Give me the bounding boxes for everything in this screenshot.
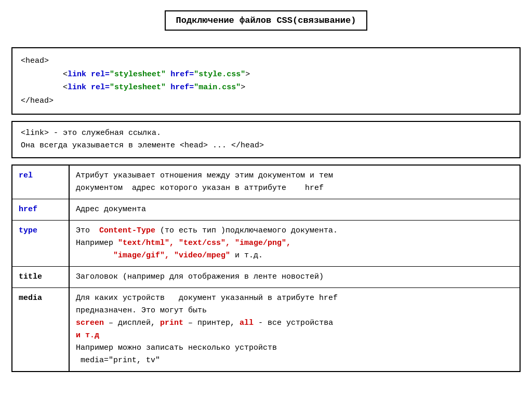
rel-attr-1: rel= [91,70,110,79]
link-keyword-1: link [68,70,86,79]
link-keyword-2: link [68,83,86,92]
rel-val-1: "stylesheet" [110,70,166,79]
title-label-text: title [19,272,42,281]
table-row-href: href Адрес документа [12,199,520,221]
page-title: Подключение файлов CSS(связывание) [165,10,368,31]
print-text: print [160,319,183,327]
attr-href-desc: Адрес документа [69,199,520,221]
page-container: Подключение файлов CSS(связывание) <head… [11,10,521,372]
screen-text: screen [76,319,104,327]
type-values-2: "image/gif", "video/mpeg" [113,251,230,260]
title-wrapper: Подключение файлов CSS(связывание) [11,10,521,39]
attr-type-label: type [12,221,69,267]
table-row-type: type Это Content-Type (то есть тип )подк… [12,221,520,267]
all-text: all [240,319,254,327]
href-val-2: "main.css" [194,83,241,92]
attr-title-desc: Заголовок (например для отображения в ле… [69,267,520,288]
rel-attr-2: rel= [91,83,110,92]
attr-rel-label: rel [12,165,69,199]
type-values-1: "text/html", "text/css", "image/png", [118,239,291,248]
type-label-text: type [19,226,37,235]
code-line-1: <head> [21,54,511,68]
table-row-rel: rel Атрибут указывает отношения между эт… [12,165,520,199]
href-attr-1: href= [170,70,194,79]
rel-val-2: "stylesheet" [110,83,166,92]
etd-text: и т.д [76,331,99,340]
attr-media-label: media [12,288,69,372]
code-line-3: <link rel="stylesheet" href="main.css"> [21,81,511,94]
info-block: <link> - это служебная ссылка. Она всегд… [11,121,521,158]
attr-rel-desc: Атрибут указывает отношения между этим д… [69,165,520,199]
href-val-1: "style.css" [194,70,245,79]
href-attr-2: href= [170,83,194,92]
head-open-tag: <head> [21,57,49,65]
rel-label-text: rel [19,171,33,180]
info-line-2: Она всегда указывается в элементе <head>… [21,140,511,152]
media-label-text: media [19,294,42,303]
code-line-2: <link rel="stylesheet" href="style.css"> [21,68,511,81]
link-tag-2: < [63,83,68,92]
attr-type-desc: Это Content-Type (то есть тип )подключае… [69,221,520,267]
code-block: <head> <link rel="stylesheet" href="styl… [11,47,521,115]
table-row-media: media Для каких устройств документ указа… [12,288,520,372]
code-line-4: </head> [21,94,511,108]
attr-media-desc: Для каких устройств документ указанный в… [69,288,520,372]
attr-title-label: title [12,267,69,288]
table-row-title: title Заголовок (например для отображени… [12,267,520,288]
link-tag-1: < [63,70,68,79]
info-line-1: <link> - это служебная ссылка. [21,127,511,140]
attr-href-label: href [12,199,69,221]
head-close-tag: </head> [21,97,54,105]
href-label-text: href [19,205,37,214]
attributes-table: rel Атрибут указывает отношения между эт… [11,164,521,372]
content-type-text: Content-Type [99,226,155,235]
